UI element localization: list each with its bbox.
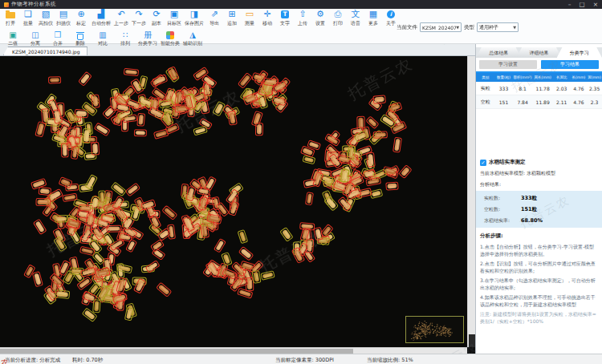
results-table-header: 类别数量(粒)面积(mm²)周长(mm)长宽比长(mm)宽(mm) [476,73,602,82]
toolbar-button-move[interactable]: ✛移动 [258,9,276,28]
toolbar-button-label: 删除 [75,40,85,47]
table-header-cell: 类别 [476,73,495,82]
toolbar-button-doc-camera[interactable]: ▧高拍仪 [37,9,55,28]
toolbar-button-compare[interactable]: ▥对比 [92,30,114,48]
delete-icon [77,31,83,39]
result-block: 实粒数:333粒空粒数:151粒水稻结实率:68.80% [476,191,602,228]
toolbar-button-label: 分离 [31,40,40,47]
toolbar-button-voice[interactable]: 文语音 [347,9,364,28]
toolbar-button-label: 标定 [76,20,86,27]
toolbar-button-measure[interactable]: ▭测量 [241,9,258,28]
toolbar-button-label: 排列 [120,40,130,47]
rice-rate-checkbox-row: ✓ 水稻结实率测定 [476,159,602,166]
step-line: 2.点击【识别】按钮，可在分析图片中通过对应颜色查看实粒和空粒的识别效果; [480,260,598,275]
toolbar-button-upload[interactable]: ⇧上传 [294,9,311,28]
toolbar-button-save-image[interactable]: ◨保存图片 [183,9,205,28]
toolbar-button-delete[interactable]: 删除 [69,30,92,48]
toolbar-button-label: 关于 [386,20,396,27]
toolbar-button-export[interactable]: ⇗导出 [205,9,223,28]
learning-settings-button[interactable]: 学习设置 [479,60,537,69]
about-icon: i [387,10,395,19]
step-line: 3.在学习结果中（勾选水稻结实率测定），可自动分析出水稻的结实率; [480,277,598,292]
toolbar-button-assist[interactable]: ◮辅助识别 [181,30,204,48]
merge-icon: ❒ [55,31,62,39]
window-controls: –□× [568,0,598,9]
analysis-image-area[interactable] [0,56,467,347]
table-header-cell: 长(mm) [571,73,587,82]
target-area-icon: ▣ [170,10,178,19]
toolbar-button-label: 追加 [227,20,237,27]
assist-icon: ◮ [189,31,196,39]
type-select[interactable]: 通用种子 ▼ [477,22,519,32]
toolbar-button-label: 目标区 [167,20,181,27]
toolbar-button-label: 对比 [98,40,108,47]
toolbar-button-text[interactable]: T文字 [276,9,294,28]
toolbar-button-settings[interactable]: ⚙设置 [311,9,329,28]
status-analysis-progress: 当前分析进度: 分析完成 [5,357,60,364]
append-icon: ⊞ [228,10,235,19]
right-panel: 总体结果详细结果分类学习 学习设置学习结果 类别数量(粒)面积(mm²)周长(m… [475,44,602,354]
toolbar-button-calibrate[interactable]: ⊕标定 [72,9,90,28]
toolbar-button-binary[interactable]: ▣二值 [2,30,24,48]
scanner-icon: ▤ [59,10,67,19]
toolbar-button-more[interactable]: ▦更多 [364,9,382,28]
steps-text: 1.点击【自动分析】按钮，在分类学习-学习设置-模型选择中选择待分析的水稻类别。… [476,243,602,326]
toolbar-button-batch[interactable]: ❏批量 [19,9,37,28]
table-cell: 4.76 [571,82,587,95]
table-cell: 2.3 [587,95,602,109]
panel-tabs: 总体结果详细结果分类学习 [476,47,602,58]
toolbar-button-classify-learn[interactable]: 册分类学习 [136,30,159,48]
toolbar-button-smart-classify[interactable]: 智能分类 [159,30,181,48]
toolbar-button-arrange[interactable]: ∷排列 [114,30,136,48]
table-header-cell: 宽(mm) [587,73,602,82]
toolbar-button-label: 智能分类 [161,40,180,47]
results-table: 类别数量(粒)面积(mm²)周长(mm)长宽比长(mm)宽(mm) 实粒3338… [476,73,602,109]
smart-classify-icon [166,31,174,39]
rice-rate-checkbox[interactable]: ✓ [480,160,486,166]
minimize-button[interactable]: – [568,0,571,9]
toolbar-button-label: 合并 [53,40,63,47]
result-label: 空粒数: [484,206,521,213]
status-bar: 当前分析进度: 分析完成耗时: 0.70秒当前标定像素量: 300DPI当前缩放… [0,354,602,364]
binary-icon: ▣ [9,31,16,39]
seed-image-canvas[interactable] [0,56,467,347]
copy-icon: ⟳ [153,10,160,19]
maximize-button[interactable]: □ [580,0,585,9]
toolbar-button-separate[interactable]: ◫分离 [24,30,47,48]
result-row: 实粒数:333粒 [476,192,602,204]
toolbar-button-undo[interactable]: ↶上一步 [112,9,130,28]
toolbar-button-label: 自动分析 [92,20,111,27]
toolbar-button-scanner[interactable]: ▤扫描仪 [55,9,72,28]
vertical-scrollbar-thumb[interactable] [469,334,475,347]
toolbar-button-target-area[interactable]: ▣目标区 [165,9,183,28]
table-cell: 空粒 [476,95,495,109]
toolbar-button-merge[interactable]: ❒合并 [47,30,69,48]
learning-results-button[interactable]: 学习结果 [541,60,599,69]
step-line: 注意: 新建模型时请将类别1设置为实粒，水稻结实率=类别1/（实粒+空粒）*10… [480,310,598,326]
tab-overall-results[interactable]: 总体结果 [476,47,521,58]
current-file-label: 当前文件 [397,24,417,31]
table-cell: 11.89 [533,95,553,109]
toolbar-button-copy[interactable]: ⟳副本 [148,9,165,28]
toolbar-button-redo[interactable]: ↷下一步 [130,9,148,28]
toolbar-button-print[interactable]: ⎙打印 [329,9,347,28]
toolbar-button-label: 批量 [23,20,33,27]
minimap[interactable] [405,316,464,343]
table-row[interactable]: 实粒3338.111.782.034.762.35 [476,82,602,95]
toolbar-row-2: ▣二值◫分离❒合并删除▥对比∷排列册分类学习智能分类◮辅助识别 [0,30,602,44]
tab-detailed-results[interactable]: 详细结果 [516,47,561,58]
corner-logo: 农 [1,358,8,364]
tab-classify-learning[interactable]: 分类学习 [557,47,602,58]
toolbar-button-auto-analyze[interactable]: ▟自动分析 [90,9,112,28]
toolbar-button-append[interactable]: ⊞追加 [223,9,241,28]
toolbar-button-open[interactable]: 打开 [2,9,19,28]
close-button[interactable]: × [593,0,598,9]
current-file-select[interactable]: KZSM_202407 ▼ [420,22,462,32]
status-calibration-dpi: 当前标定像素量: 300DPI [275,357,334,364]
results-table-body: 实粒3338.111.782.034.762.35空粒1517.8411.892… [476,82,602,109]
toolbar-button-label: 上一步 [114,20,128,27]
analysis-result-label: 分析结果: [476,177,602,191]
more-icon: ▦ [369,10,377,19]
table-row[interactable]: 空粒1517.8411.892.114.762.3 [476,95,602,109]
table-cell: 8.1 [513,82,533,95]
